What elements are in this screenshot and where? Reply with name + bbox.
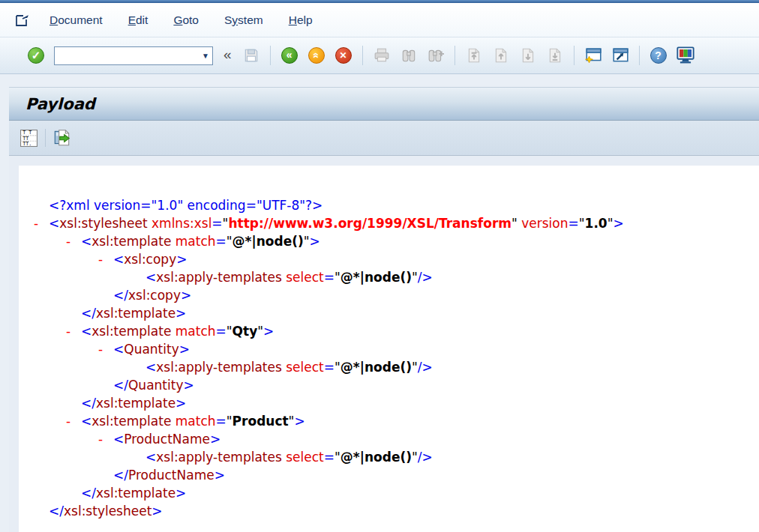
new-session-icon (584, 46, 602, 64)
svg-text:TT.: TT. (22, 140, 32, 146)
toolbar-separator (270, 46, 271, 65)
text-view-button[interactable]: T T TT TT. (16, 126, 40, 150)
previous-page-button[interactable] (489, 44, 513, 67)
marker-spacer (98, 376, 113, 394)
xml-line: </ProductName> (34, 466, 759, 484)
toolbar-separator (574, 46, 574, 65)
xml-line: </xsl:stylesheet> (34, 502, 759, 520)
menu-help[interactable]: Help (289, 13, 313, 27)
xml-line: -<xsl:template match="Product"> (34, 412, 759, 430)
xml-line: -<Quantity> (34, 340, 759, 358)
find-button[interactable] (397, 44, 421, 67)
xml-line: <?xml version="1.0" encoding="UTF-8"?> (34, 196, 759, 214)
marker-spacer (130, 268, 146, 286)
customize-layout-button[interactable] (674, 44, 698, 67)
back-icon: « (281, 47, 298, 64)
command-field-wrap: ▼ (54, 46, 213, 65)
payload-panel: Payload T T TT TT. (9, 87, 759, 532)
xml-line: -<xsl:template match="Qty"> (34, 322, 759, 340)
toolbar-separator (45, 129, 46, 147)
collapse-marker[interactable]: - (34, 214, 49, 232)
print-icon (374, 47, 390, 64)
application-toolbar: T T TT TT. (9, 121, 759, 156)
title-bar: Payload (9, 88, 759, 121)
xml-line: </xsl:template> (34, 394, 759, 412)
last-page-icon (547, 47, 563, 64)
collapse-marker[interactable]: - (66, 412, 81, 430)
collapse-marker[interactable]: - (66, 322, 81, 340)
marker-spacer (98, 286, 113, 304)
content-frame: <?xml version="1.0" encoding="UTF-8"?>-<… (9, 156, 759, 532)
xml-code: <?xml version="1.0" encoding="UTF-8"?>-<… (34, 196, 759, 520)
xml-line: <xsl:apply-templates select="@*|node()"/… (34, 268, 759, 286)
last-page-button[interactable] (543, 44, 567, 67)
exit-icon: « (308, 47, 325, 64)
xml-line: <xsl:apply-templates select="@*|node()"/… (34, 358, 759, 376)
print-button[interactable] (370, 44, 394, 67)
xml-line: -<ProductName> (34, 430, 759, 448)
xml-line: -<xsl:template match="@*|node()"> (34, 232, 759, 250)
xml-line: </xsl:copy> (34, 286, 759, 304)
menu-document[interactable]: Document (50, 13, 103, 27)
customize-layout-icon (676, 46, 695, 65)
create-shortcut-button[interactable] (608, 44, 632, 67)
save-button[interactable] (239, 44, 263, 67)
find-next-button[interactable] (424, 44, 448, 67)
xml-line: -<xsl:copy> (34, 250, 759, 268)
save-icon (243, 47, 260, 64)
help-button[interactable]: ? (646, 44, 670, 67)
collapse-marker[interactable]: - (98, 430, 113, 448)
marker-spacer (66, 484, 81, 502)
cancel-icon: ✕ (335, 47, 352, 64)
payload-content: <?xml version="1.0" encoding="UTF-8"?>-<… (19, 166, 759, 532)
export-button[interactable] (50, 126, 74, 150)
command-field[interactable] (55, 48, 199, 64)
xml-line: <xsl:apply-templates select="@*|node()"/… (34, 448, 759, 466)
new-session-button[interactable] (581, 44, 605, 67)
marker-spacer (34, 196, 49, 214)
toolbar-separator (362, 46, 363, 65)
marker-spacer (98, 466, 113, 484)
collapse-marker[interactable]: - (98, 250, 113, 268)
create-shortcut-icon (611, 46, 629, 64)
collapse-toolbar-icon[interactable]: « (224, 46, 232, 63)
collapse-marker[interactable]: - (98, 340, 113, 358)
find-icon (400, 47, 417, 64)
exit-button[interactable]: « (304, 44, 328, 67)
toolbar-separator (639, 46, 640, 65)
xml-line: </xsl:template> (34, 304, 759, 322)
marker-spacer (34, 502, 49, 520)
xml-line: -<xsl:stylesheet xmlns:xsl="http://www.w… (34, 214, 759, 232)
marker-spacer (66, 394, 81, 412)
xml-line: </xsl:template> (34, 484, 759, 502)
menu-edit[interactable]: Edit (128, 13, 148, 27)
command-field-dropdown-icon[interactable]: ▼ (199, 52, 212, 60)
help-icon: ? (650, 47, 667, 64)
page-title: Payload (26, 95, 95, 113)
find-next-icon (428, 47, 444, 64)
first-page-icon (466, 47, 482, 64)
menu-bar: DocumentEditGotoSystemHelp (0, 3, 759, 37)
standard-toolbar: ✓ ▼ « « « ✕ (0, 37, 759, 74)
previous-page-icon (493, 47, 509, 64)
system-menu-button[interactable] (12, 10, 33, 30)
export-icon (52, 128, 72, 148)
marker-spacer (130, 448, 146, 466)
menu-goto[interactable]: Goto (173, 13, 199, 27)
enter-button[interactable]: ✓ (24, 44, 48, 67)
menu-system[interactable]: System (224, 13, 263, 27)
collapse-marker[interactable]: - (66, 232, 81, 250)
next-page-icon (520, 47, 536, 64)
menu-items: DocumentEditGotoSystemHelp (50, 13, 338, 27)
toolbar-separator (454, 46, 455, 65)
marker-spacer (130, 358, 146, 376)
next-page-button[interactable] (516, 44, 540, 67)
exit-box-icon (14, 12, 32, 28)
cancel-button[interactable]: ✕ (332, 44, 356, 67)
xml-line: </Quantity> (34, 376, 759, 394)
first-page-button[interactable] (462, 44, 486, 67)
page-background: Payload T T TT TT. (0, 74, 759, 532)
marker-spacer (66, 304, 81, 322)
text-view-icon: T T TT TT. (20, 129, 38, 148)
back-button[interactable]: « (278, 44, 302, 67)
